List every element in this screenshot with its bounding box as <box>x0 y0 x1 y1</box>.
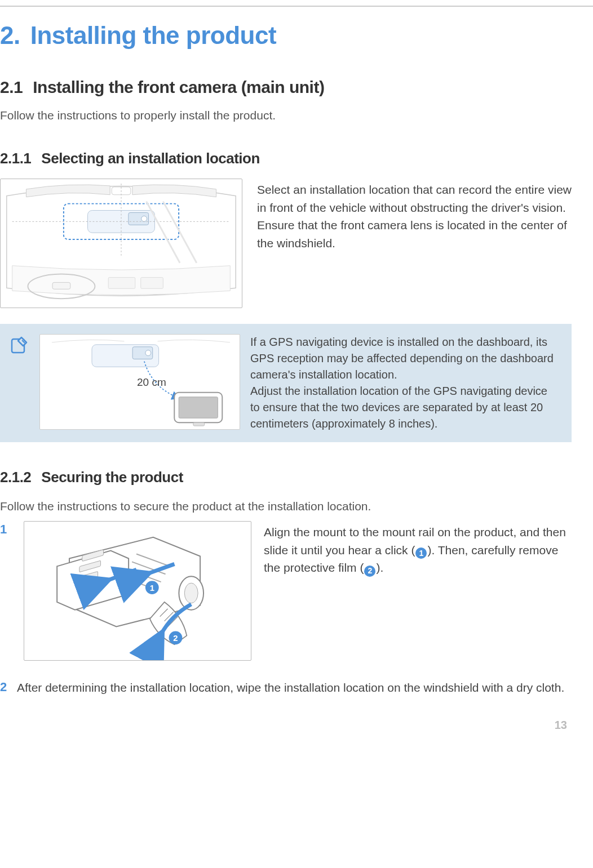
chapter-heading: 2.Installing the product <box>0 18 572 53</box>
svg-point-4 <box>141 216 147 222</box>
subsection-2-1-2-heading: 2.1.2Securing the product <box>0 467 572 487</box>
section-title: Installing the front camera (main unit) <box>33 78 324 96</box>
subsection-2-1-1-heading: 2.1.1Selecting an installation location <box>0 148 572 168</box>
distance-label: 20 cm <box>137 375 166 390</box>
step-1-number: 1 <box>0 521 11 538</box>
note-icon <box>9 335 29 355</box>
svg-line-12 <box>163 202 196 263</box>
svg-point-22 <box>184 583 198 603</box>
subsection-number: 2.1.1 <box>0 150 31 167</box>
svg-text:1: 1 <box>150 584 154 593</box>
subsection-number: 2.1.2 <box>0 469 31 486</box>
svg-rect-19 <box>179 397 218 419</box>
callout-badge-1: 1 <box>415 547 427 559</box>
svg-rect-9 <box>108 278 135 289</box>
svg-rect-20 <box>193 423 205 426</box>
mount-slide-illustration: 1 2 <box>24 521 251 661</box>
step-1-text: Align the mount to the mount rail on the… <box>264 521 572 577</box>
svg-point-17 <box>145 350 151 356</box>
svg-rect-8 <box>52 283 70 290</box>
subsection-2-1-1-body: Select an installation location that can… <box>257 179 572 252</box>
gps-distance-illustration: 20 cm <box>39 334 240 430</box>
chapter-number: 2. <box>0 21 20 49</box>
step-2-number: 2 <box>0 679 11 696</box>
subsection-title: Selecting an installation location <box>41 150 260 167</box>
section-number: 2.1 <box>0 78 23 96</box>
page-number: 13 <box>0 717 572 733</box>
callout-badge-2: 2 <box>364 566 375 577</box>
gps-distance-note: 20 cm If a GPS navigating device is inst… <box>0 324 572 442</box>
step-2-body: After determining the installation locat… <box>17 679 572 697</box>
svg-rect-10 <box>141 278 163 289</box>
subsection-2-1-2-intro: Follow the instructions to secure the pr… <box>0 498 572 514</box>
svg-text:2: 2 <box>173 634 178 643</box>
note-body: If a GPS navigating device is installed … <box>250 334 559 432</box>
section-2-1-intro: Follow the instructions to properly inst… <box>0 107 572 123</box>
section-2-1-heading: 2.1Installing the front camera (main uni… <box>0 75 572 99</box>
subsection-title: Securing the product <box>41 469 183 486</box>
chapter-title: Installing the product <box>30 21 276 49</box>
windshield-location-illustration <box>0 179 242 308</box>
